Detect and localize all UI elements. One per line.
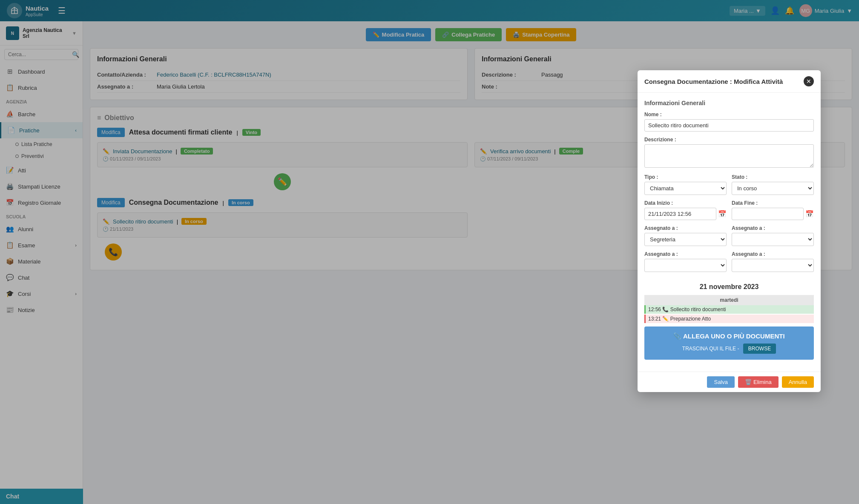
event2-icon: ✏️ xyxy=(662,316,670,322)
form-row-tipo-stato: Tipo : Chiamata Stato : In corso xyxy=(644,174,814,200)
stato-select[interactable]: In corso xyxy=(732,182,814,195)
form-group-ass2: Assegnato a : xyxy=(732,225,814,246)
calendar-day-header: martedi xyxy=(644,295,814,305)
delete-label: Elimina xyxy=(753,379,772,385)
form-group-desc: Descrizione : xyxy=(644,137,814,169)
attach-section: 📎 ALLEGA UNO O PIÙ DOCUMENTI TRASCINA QU… xyxy=(644,326,814,360)
form-group-tipo: Tipo : Chiamata xyxy=(644,174,727,195)
ass2-label: Assegnato a : xyxy=(732,225,814,231)
descrizione-textarea[interactable] xyxy=(644,144,814,168)
calendar-cell: 12:56 📞 Sollecito ritiro documenti 13:21… xyxy=(644,305,814,323)
calendar-event-2: 13:21 ✏️ Preparazione Atto xyxy=(644,315,814,323)
calendar-row: 12:56 📞 Sollecito ritiro documenti 13:21… xyxy=(644,305,814,323)
nome-label: Nome : xyxy=(644,112,814,117)
data-inizio-label: Data Inizio : xyxy=(644,200,727,206)
assegnato4-select[interactable] xyxy=(732,259,814,272)
form-group-ass1: Assegnato a : Segreteria xyxy=(644,225,727,246)
form-group-data-fine: Data Fine : 📅 xyxy=(732,200,814,220)
modal-modifica-attivita: Consegna Documentazione : Modifica Attiv… xyxy=(638,70,821,392)
tipo-select[interactable]: Chiamata xyxy=(644,182,727,195)
save-button[interactable]: Salva xyxy=(707,376,735,388)
modal-title: Consegna Documentazione : Modifica Attiv… xyxy=(644,78,783,85)
event2-label: Preparazione Atto xyxy=(670,316,711,322)
form-row-dates: Data Inizio : 📅 Data Fine : 📅 xyxy=(644,200,814,225)
form-group-ass3: Assegnato a : xyxy=(644,251,727,272)
nome-input[interactable] xyxy=(644,119,814,132)
form-group-stato: Stato : In corso xyxy=(732,174,814,195)
attach-title: 📎 ALLEGA UNO O PIÙ DOCUMENTI xyxy=(650,332,808,340)
trash-icon: 🗑️ xyxy=(745,379,752,385)
calendar-event-1: 12:56 📞 Sollecito ritiro documenti xyxy=(644,305,814,314)
event2-time: 13:21 xyxy=(648,316,661,322)
calendar-date: 21 novembre 2023 xyxy=(644,283,814,291)
form-row-assegnato-1: Assegnato a : Segreteria Assegnato a : xyxy=(644,225,814,251)
modal-header: Consegna Documentazione : Modifica Attiv… xyxy=(638,70,821,93)
data-inizio-input[interactable] xyxy=(644,208,716,220)
event1-label: Sollecito ritiro documenti xyxy=(670,306,726,312)
data-fine-label: Data Fine : xyxy=(732,200,814,206)
ass3-label: Assegnato a : xyxy=(644,251,727,257)
tipo-label: Tipo : xyxy=(644,174,727,180)
delete-button[interactable]: 🗑️ Elimina xyxy=(738,376,779,388)
form-group-ass4: Assegnato a : xyxy=(732,251,814,272)
event1-time: 12:56 xyxy=(648,306,661,312)
modal-body: Informazioni Generali Nome : Descrizione… xyxy=(638,93,821,372)
ass4-label: Assegnato a : xyxy=(732,251,814,257)
data-fine-input[interactable] xyxy=(732,208,804,220)
form-group-data-inizio: Data Inizio : 📅 xyxy=(644,200,727,220)
browse-button[interactable]: BROWSE xyxy=(743,344,776,354)
calendar-table: martedi 12:56 📞 Sollecito ritiro documen… xyxy=(644,295,814,323)
attach-drop[interactable]: TRASCINA QUI IL FILE - BROWSE xyxy=(650,344,808,354)
modal-footer: Salva 🗑️ Elimina Annulla xyxy=(638,372,821,392)
assegnato1-select[interactable]: Segreteria xyxy=(644,233,727,246)
cancel-button[interactable]: Annulla xyxy=(782,376,814,388)
modal-section-title: Informazioni Generali xyxy=(644,100,814,106)
desc-modal-label: Descrizione : xyxy=(644,137,814,143)
modal-close-button[interactable]: ✕ xyxy=(804,76,814,86)
form-group-nome: Nome : xyxy=(644,112,814,132)
assegnato2-select[interactable] xyxy=(732,233,814,246)
ass1-label: Assegnato a : xyxy=(644,225,727,231)
assegnato3-select[interactable] xyxy=(644,259,727,272)
calendar-icon-end[interactable]: 📅 xyxy=(805,210,814,218)
form-row-assegnato-2: Assegnato a : Assegnato a : xyxy=(644,251,814,277)
stato-label: Stato : xyxy=(732,174,814,180)
calendar-icon-start[interactable]: 📅 xyxy=(718,210,727,218)
calendar-section: 21 novembre 2023 martedi 12:56 📞 Solleci… xyxy=(644,283,814,323)
event1-icon: 📞 xyxy=(662,306,670,312)
